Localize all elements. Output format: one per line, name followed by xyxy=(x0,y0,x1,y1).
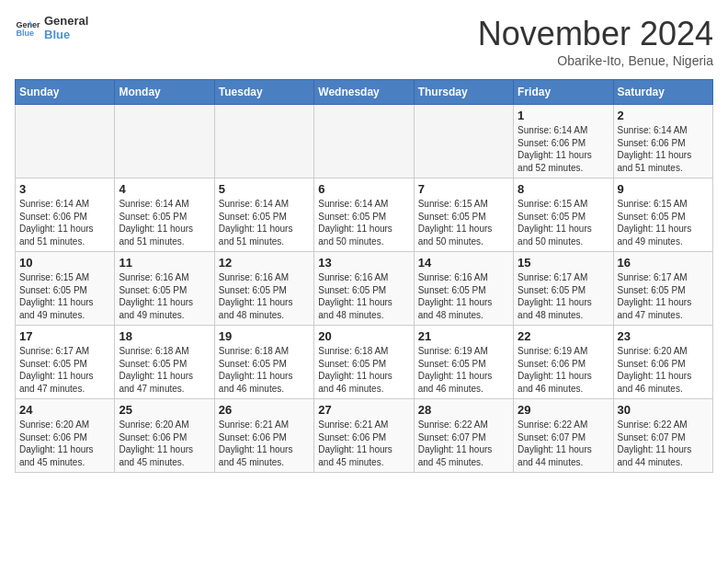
day-info: Sunrise: 6:21 AM Sunset: 6:06 PM Dayligh… xyxy=(318,419,409,468)
day-number: 4 xyxy=(119,182,210,196)
calendar-week-row: 1Sunrise: 6:14 AM Sunset: 6:06 PM Daylig… xyxy=(16,105,713,178)
day-info: Sunrise: 6:22 AM Sunset: 6:07 PM Dayligh… xyxy=(618,419,709,468)
calendar-cell: 27Sunrise: 6:21 AM Sunset: 6:06 PM Dayli… xyxy=(314,399,414,473)
calendar-cell: 22Sunrise: 6:19 AM Sunset: 6:06 PM Dayli… xyxy=(514,326,613,399)
weekday-header-saturday: Saturday xyxy=(613,80,712,105)
day-number: 11 xyxy=(119,256,210,270)
calendar-week-row: 10Sunrise: 6:15 AM Sunset: 6:05 PM Dayli… xyxy=(16,252,713,326)
day-number: 21 xyxy=(418,329,509,343)
day-number: 26 xyxy=(219,403,310,417)
day-info: Sunrise: 6:16 AM Sunset: 6:05 PM Dayligh… xyxy=(318,271,409,321)
calendar-cell: 12Sunrise: 6:16 AM Sunset: 6:05 PM Dayli… xyxy=(214,252,313,326)
day-number: 13 xyxy=(318,256,409,270)
calendar-header-row: SundayMondayTuesdayWednesdayThursdayFrid… xyxy=(16,80,713,105)
calendar-cell xyxy=(314,105,414,178)
calendar-cell: 30Sunrise: 6:22 AM Sunset: 6:07 PM Dayli… xyxy=(613,399,712,473)
day-info: Sunrise: 6:22 AM Sunset: 6:07 PM Dayligh… xyxy=(418,419,509,468)
day-info: Sunrise: 6:20 AM Sunset: 6:06 PM Dayligh… xyxy=(618,345,709,395)
calendar-cell: 28Sunrise: 6:22 AM Sunset: 6:07 PM Dayli… xyxy=(414,399,513,473)
title-block: November 2024 Obarike-Ito, Benue, Nigeri… xyxy=(478,15,713,68)
day-info: Sunrise: 6:16 AM Sunset: 6:05 PM Dayligh… xyxy=(418,271,509,321)
day-number: 16 xyxy=(618,256,709,270)
calendar-cell: 16Sunrise: 6:17 AM Sunset: 6:05 PM Dayli… xyxy=(613,252,712,326)
day-info: Sunrise: 6:16 AM Sunset: 6:05 PM Dayligh… xyxy=(219,271,310,321)
day-info: Sunrise: 6:18 AM Sunset: 6:05 PM Dayligh… xyxy=(219,345,310,395)
calendar-cell: 2Sunrise: 6:14 AM Sunset: 6:06 PM Daylig… xyxy=(613,105,712,178)
calendar-cell: 3Sunrise: 6:14 AM Sunset: 6:06 PM Daylig… xyxy=(16,178,115,252)
day-info: Sunrise: 6:14 AM Sunset: 6:06 PM Dayligh… xyxy=(19,198,110,247)
day-info: Sunrise: 6:14 AM Sunset: 6:06 PM Dayligh… xyxy=(518,124,609,174)
day-info: Sunrise: 6:16 AM Sunset: 6:05 PM Dayligh… xyxy=(119,271,210,321)
day-number: 24 xyxy=(19,403,110,417)
weekday-header-tuesday: Tuesday xyxy=(214,80,313,105)
calendar-cell xyxy=(115,105,214,178)
day-number: 10 xyxy=(19,256,110,270)
calendar-week-row: 3Sunrise: 6:14 AM Sunset: 6:06 PM Daylig… xyxy=(16,178,713,252)
svg-text:Blue: Blue xyxy=(16,29,34,38)
day-info: Sunrise: 6:17 AM Sunset: 6:05 PM Dayligh… xyxy=(618,271,709,321)
calendar-cell xyxy=(16,105,115,178)
day-number: 7 xyxy=(418,182,509,196)
calendar-cell: 19Sunrise: 6:18 AM Sunset: 6:05 PM Dayli… xyxy=(214,326,313,399)
day-number: 23 xyxy=(618,329,709,343)
calendar-cell: 11Sunrise: 6:16 AM Sunset: 6:05 PM Dayli… xyxy=(115,252,214,326)
calendar-cell: 1Sunrise: 6:14 AM Sunset: 6:06 PM Daylig… xyxy=(514,105,613,178)
calendar-cell: 24Sunrise: 6:20 AM Sunset: 6:06 PM Dayli… xyxy=(16,399,115,473)
day-info: Sunrise: 6:21 AM Sunset: 6:06 PM Dayligh… xyxy=(219,419,310,468)
calendar-cell: 21Sunrise: 6:19 AM Sunset: 6:05 PM Dayli… xyxy=(414,326,513,399)
logo-icon: General Blue xyxy=(15,16,40,41)
day-number: 25 xyxy=(119,403,210,417)
day-info: Sunrise: 6:15 AM Sunset: 6:05 PM Dayligh… xyxy=(19,271,110,321)
day-info: Sunrise: 6:19 AM Sunset: 6:05 PM Dayligh… xyxy=(418,345,509,395)
calendar-cell: 17Sunrise: 6:17 AM Sunset: 6:05 PM Dayli… xyxy=(16,326,115,399)
svg-text:General: General xyxy=(16,20,40,29)
day-number: 6 xyxy=(318,182,409,196)
day-info: Sunrise: 6:14 AM Sunset: 6:05 PM Dayligh… xyxy=(318,198,409,247)
weekday-header-sunday: Sunday xyxy=(16,80,115,105)
location-text: Obarike-Ito, Benue, Nigeria xyxy=(478,53,713,68)
calendar-cell: 15Sunrise: 6:17 AM Sunset: 6:05 PM Dayli… xyxy=(514,252,613,326)
calendar-cell: 14Sunrise: 6:16 AM Sunset: 6:05 PM Dayli… xyxy=(414,252,513,326)
logo-general-text: General xyxy=(44,15,88,29)
day-number: 8 xyxy=(518,182,609,196)
calendar-cell xyxy=(214,105,313,178)
calendar-cell: 25Sunrise: 6:20 AM Sunset: 6:06 PM Dayli… xyxy=(115,399,214,473)
day-number: 18 xyxy=(119,329,210,343)
day-number: 15 xyxy=(518,256,609,270)
day-number: 28 xyxy=(418,403,509,417)
day-number: 20 xyxy=(318,329,409,343)
day-number: 22 xyxy=(518,329,609,343)
day-info: Sunrise: 6:18 AM Sunset: 6:05 PM Dayligh… xyxy=(119,345,210,395)
day-info: Sunrise: 6:15 AM Sunset: 6:05 PM Dayligh… xyxy=(618,198,709,247)
day-info: Sunrise: 6:17 AM Sunset: 6:05 PM Dayligh… xyxy=(19,345,110,395)
day-number: 17 xyxy=(19,329,110,343)
day-info: Sunrise: 6:14 AM Sunset: 6:05 PM Dayligh… xyxy=(119,198,210,247)
day-info: Sunrise: 6:14 AM Sunset: 6:06 PM Dayligh… xyxy=(618,124,709,174)
day-info: Sunrise: 6:18 AM Sunset: 6:05 PM Dayligh… xyxy=(318,345,409,395)
calendar-cell: 29Sunrise: 6:22 AM Sunset: 6:07 PM Dayli… xyxy=(514,399,613,473)
calendar-week-row: 17Sunrise: 6:17 AM Sunset: 6:05 PM Dayli… xyxy=(16,326,713,399)
day-info: Sunrise: 6:17 AM Sunset: 6:05 PM Dayligh… xyxy=(518,271,609,321)
weekday-header-thursday: Thursday xyxy=(414,80,513,105)
day-number: 5 xyxy=(219,182,310,196)
calendar-cell: 13Sunrise: 6:16 AM Sunset: 6:05 PM Dayli… xyxy=(314,252,414,326)
calendar-cell: 9Sunrise: 6:15 AM Sunset: 6:05 PM Daylig… xyxy=(613,178,712,252)
calendar-table: SundayMondayTuesdayWednesdayThursdayFrid… xyxy=(15,79,713,473)
day-info: Sunrise: 6:15 AM Sunset: 6:05 PM Dayligh… xyxy=(518,198,609,247)
day-number: 29 xyxy=(518,403,609,417)
calendar-cell: 8Sunrise: 6:15 AM Sunset: 6:05 PM Daylig… xyxy=(514,178,613,252)
day-info: Sunrise: 6:20 AM Sunset: 6:06 PM Dayligh… xyxy=(119,419,210,468)
day-number: 2 xyxy=(618,109,709,122)
day-number: 12 xyxy=(219,256,310,270)
day-number: 30 xyxy=(618,403,709,417)
calendar-cell: 7Sunrise: 6:15 AM Sunset: 6:05 PM Daylig… xyxy=(414,178,513,252)
weekday-header-friday: Friday xyxy=(514,80,613,105)
logo: General Blue General Blue xyxy=(15,15,88,42)
day-number: 3 xyxy=(19,182,110,196)
calendar-cell: 18Sunrise: 6:18 AM Sunset: 6:05 PM Dayli… xyxy=(115,326,214,399)
day-number: 19 xyxy=(219,329,310,343)
calendar-week-row: 24Sunrise: 6:20 AM Sunset: 6:06 PM Dayli… xyxy=(16,399,713,473)
logo-blue-text: Blue xyxy=(44,29,88,42)
day-info: Sunrise: 6:19 AM Sunset: 6:06 PM Dayligh… xyxy=(518,345,609,395)
day-number: 1 xyxy=(518,109,609,122)
